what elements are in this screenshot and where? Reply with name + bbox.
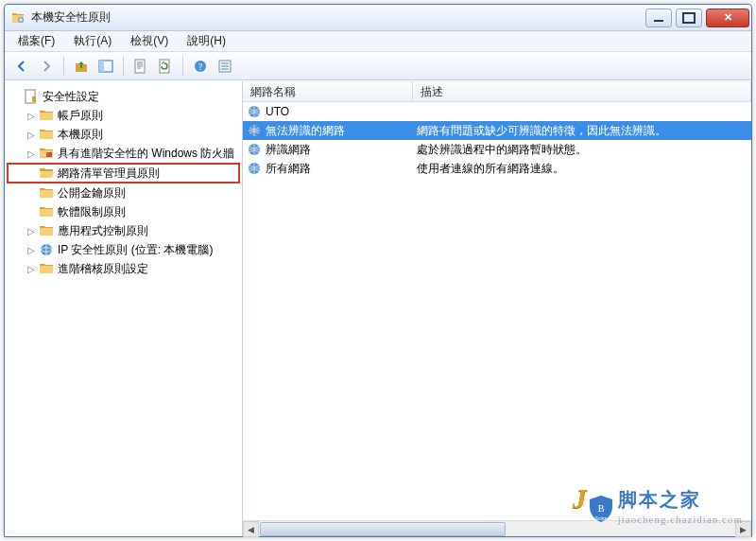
row-desc: 使用者連線的所有網路連線。: [413, 161, 751, 177]
expand-icon[interactable]: ▷: [26, 264, 37, 274]
window-title: 本機安全性原則: [31, 9, 642, 26]
scroll-track[interactable]: [259, 521, 735, 536]
row-desc: 處於辨識過程中的網路暫時狀態。: [413, 142, 751, 158]
tree-item-label: 進階稽核原則設定: [58, 261, 148, 277]
scroll-right-arrow[interactable]: ▶: [735, 521, 751, 537]
titlebar: 本機安全性原則: [5, 5, 751, 31]
maximize-button[interactable]: [676, 9, 702, 27]
row-name: 無法辨識的網路: [266, 123, 345, 139]
svg-rect-2: [99, 61, 104, 72]
column-header-desc[interactable]: 描述: [413, 81, 751, 101]
folder-icon: [39, 223, 54, 238]
window-frame: 本機安全性原則 檔案(F) 執行(A) 檢視(V) 說明(H) ? 安全性設定: [4, 4, 752, 537]
expand-icon[interactable]: ▷: [26, 245, 37, 255]
tree-item-label: 本機原則: [58, 127, 103, 143]
tree-item-label: 公開金鑰原則: [58, 185, 126, 201]
list-row[interactable]: 無法辨識的網路網路有問題或缺少可辨識的特徵，因此無法辨識。: [243, 121, 751, 140]
menu-help[interactable]: 說明(H): [180, 31, 233, 51]
tree-pane[interactable]: 安全性設定 ▷帳戶原則▷本機原則▷具有進階安全性的 Windows 防火牆網路清…: [5, 81, 243, 536]
svg-point-9: [33, 96, 35, 98]
toolbar-separator: [123, 57, 124, 76]
tree-item-label: 帳戶原則: [58, 108, 103, 124]
network-icon: [247, 104, 262, 119]
tree-root-label: 安全性設定: [43, 89, 99, 105]
folder-icon: [39, 146, 54, 161]
window-buttons: [642, 9, 749, 27]
minimize-button[interactable]: [645, 9, 672, 27]
tree-item[interactable]: ▷具有進階安全性的 Windows 防火牆: [7, 144, 240, 163]
row-desc: 網路有問題或缺少可辨識的特徵，因此無法辨識。: [413, 123, 751, 139]
up-button[interactable]: [70, 55, 93, 78]
folder-icon: [39, 242, 54, 257]
tree-item-label: 軟體限制原則: [58, 204, 126, 220]
network-icon: [247, 161, 262, 176]
row-name: 所有網路: [266, 161, 311, 177]
show-hide-tree-button[interactable]: [94, 55, 117, 78]
tree-item-label: 具有進階安全性的 Windows 防火牆: [58, 146, 234, 162]
tree-item[interactable]: ▷進階稽核原則設定: [7, 259, 240, 278]
toolbar-separator: [182, 57, 183, 76]
folder-icon: [39, 204, 54, 219]
tree-item[interactable]: ▷本機原則: [7, 125, 240, 144]
scroll-left-arrow[interactable]: ◀: [243, 521, 259, 537]
expand-icon[interactable]: ▷: [26, 130, 37, 140]
back-button[interactable]: [10, 55, 33, 78]
menu-bar: 檔案(F) 執行(A) 檢視(V) 說明(H): [5, 31, 751, 52]
menu-action[interactable]: 執行(A): [66, 31, 119, 51]
network-icon: [247, 123, 262, 138]
tree-item-label: 網路清單管理員原則: [58, 166, 160, 182]
list-row[interactable]: 所有網路使用者連線的所有網路連線。: [243, 159, 751, 178]
scroll-thumb[interactable]: [260, 522, 506, 536]
export-list-button[interactable]: [214, 55, 236, 78]
list-header: 網路名稱 描述: [243, 81, 751, 102]
folder-icon: [39, 261, 54, 276]
row-name: UTO: [266, 105, 289, 118]
menu-view[interactable]: 檢視(V): [123, 31, 176, 51]
tree-item[interactable]: 網路清單管理員原則: [7, 163, 240, 183]
security-settings-icon: [24, 89, 39, 104]
menu-file[interactable]: 檔案(F): [10, 31, 62, 51]
network-icon: [247, 142, 262, 157]
toolbar-separator: [63, 57, 64, 76]
tree-root[interactable]: 安全性設定: [7, 87, 240, 106]
content-area: 安全性設定 ▷帳戶原則▷本機原則▷具有進階安全性的 Windows 防火牆網路清…: [5, 80, 751, 536]
tree-item[interactable]: ▷帳戶原則: [7, 106, 240, 125]
properties-button[interactable]: [129, 55, 152, 78]
toolbar: ?: [5, 52, 751, 80]
tree-item[interactable]: ▷應用程式控制原則: [7, 221, 240, 240]
forward-button[interactable]: [35, 55, 58, 78]
list-pane: 網路名稱 描述 UTO無法辨識的網路網路有問題或缺少可辨識的特徵，因此無法辨識。…: [243, 81, 751, 536]
list-body[interactable]: UTO無法辨識的網路網路有問題或缺少可辨識的特徵，因此無法辨識。辨識網路處於辨識…: [243, 102, 751, 520]
tree-item[interactable]: 公開金鑰原則: [7, 183, 240, 202]
help-button[interactable]: ?: [189, 55, 212, 78]
list-row[interactable]: 辨識網路處於辨識過程中的網路暫時狀態。: [243, 140, 751, 159]
horizontal-scrollbar[interactable]: ◀ ▶: [243, 520, 751, 536]
tree-item-label: IP 安全性原則 (位置: 本機電腦): [58, 242, 213, 258]
refresh-button[interactable]: [154, 55, 177, 78]
tree-item[interactable]: ▷IP 安全性原則 (位置: 本機電腦): [7, 240, 240, 259]
app-icon: [10, 10, 26, 26]
list-row[interactable]: UTO: [243, 102, 751, 121]
close-button[interactable]: [706, 9, 749, 27]
svg-text:?: ?: [198, 61, 203, 72]
expand-icon[interactable]: ▷: [26, 226, 37, 236]
folder-icon: [39, 127, 54, 142]
expand-icon[interactable]: ▷: [26, 111, 37, 121]
folder-icon: [39, 185, 54, 201]
svg-rect-11: [46, 152, 49, 155]
folder-icon: [39, 166, 54, 181]
row-name: 辨識網路: [266, 142, 311, 158]
expand-icon[interactable]: ▷: [26, 148, 37, 159]
tree-item[interactable]: 軟體限制原則: [7, 202, 240, 221]
column-header-name[interactable]: 網路名稱: [243, 81, 413, 101]
tree-item-label: 應用程式控制原則: [58, 223, 148, 239]
folder-icon: [39, 108, 54, 123]
